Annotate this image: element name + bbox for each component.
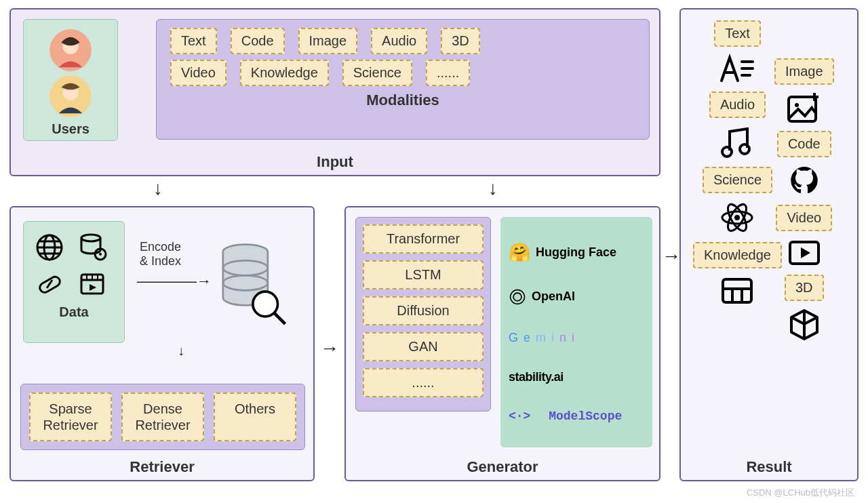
modality-image: Image <box>298 28 358 54</box>
watermark-text: CSDN @LCHub低代码社区 <box>747 487 854 499</box>
cube-icon <box>785 306 824 343</box>
model-transformer: Transformer <box>363 224 484 254</box>
text-icon <box>717 52 757 86</box>
atom-icon <box>717 199 757 237</box>
arrow-right-icon: → <box>662 245 681 267</box>
svg-point-26 <box>740 144 749 154</box>
retriever-panel: Data Encode & Index ――――→ ↓ Sparse Retri… <box>9 206 315 481</box>
music-icon <box>717 123 757 161</box>
modelscope-icon: <·> <box>509 409 530 423</box>
model-gan: GAN <box>363 332 484 361</box>
modality-video: Video <box>170 60 226 86</box>
generator-panel: Transformer LSTM Diffusion GAN ...... 🤗H… <box>344 206 660 481</box>
encode-index-label: Encode & Index <box>140 240 181 268</box>
modality-audio: Audio <box>371 28 427 54</box>
svg-marker-38 <box>801 247 810 258</box>
brand-openai: OpenAI <box>509 288 644 306</box>
dense-retriever-tag: Dense Retriever <box>121 393 204 441</box>
result-audio-tag: Audio <box>709 92 766 118</box>
svg-point-27 <box>734 215 740 220</box>
svg-rect-31 <box>723 279 751 302</box>
github-icon <box>785 163 824 199</box>
users-label: Users <box>29 121 112 137</box>
generator-brands-box: 🤗Hugging Face OpenAI Gemini stability.ai… <box>500 217 652 447</box>
svg-marker-19 <box>90 284 96 291</box>
arrow-right-icon: ――――→ <box>137 273 212 290</box>
result-image-tag: Image <box>774 58 834 85</box>
svg-point-11 <box>99 253 102 256</box>
globe-icon <box>33 231 66 264</box>
arrow-down-small-icon: ↓ <box>178 343 184 359</box>
result-text-tag: Text <box>714 20 761 47</box>
image-plus-icon <box>785 90 824 125</box>
huggingface-icon: 🤗 <box>509 242 530 263</box>
user-avatar-1-icon <box>50 29 92 71</box>
result-video-tag: Video <box>776 205 832 231</box>
input-panel: Users Text Code Image Audio 3D Video Kno… <box>9 8 660 176</box>
arrow-down-icon: ↓ <box>153 178 163 199</box>
input-title: Input <box>11 153 659 171</box>
modalities-label: Modalities <box>165 92 641 109</box>
database-search-icon <box>214 241 289 329</box>
svg-line-24 <box>274 313 285 324</box>
svg-point-25 <box>722 147 732 157</box>
brand-modelscope: <·> ModelScope <box>509 409 644 423</box>
video-play-icon <box>785 237 824 269</box>
arrow-right-icon: → <box>320 338 339 359</box>
modality-text: Text <box>170 28 217 54</box>
modality-3d: 3D <box>441 28 480 54</box>
modality-science: Science <box>342 60 412 86</box>
data-box: Data <box>23 221 125 343</box>
model-lstm: LSTM <box>363 260 484 289</box>
openai-icon <box>509 288 526 306</box>
modality-code: Code <box>231 28 285 54</box>
brand-stabilityai: stability.ai <box>509 370 644 384</box>
sparse-retriever-tag: Sparse Retriever <box>29 393 112 441</box>
generator-models-box: Transformer LSTM Diffusion GAN ...... <box>355 217 491 411</box>
generator-title: Generator <box>346 458 659 476</box>
arrow-down-icon: ↓ <box>488 178 498 199</box>
data-label: Data <box>29 304 119 320</box>
result-knowledge-tag: Knowledge <box>693 242 782 268</box>
modalities-box: Text Code Image Audio 3D Video Knowledge… <box>156 19 650 140</box>
users-box: Users <box>23 19 118 141</box>
result-3d-tag: 3D <box>785 275 824 301</box>
model-diffusion: Diffusion <box>363 296 484 325</box>
user-avatar-2-icon <box>50 75 92 117</box>
database-gear-icon <box>76 231 108 264</box>
others-retriever-tag: Others <box>214 393 296 441</box>
brand-huggingface: 🤗Hugging Face <box>509 242 644 263</box>
table-icon <box>717 274 757 308</box>
pill-icon <box>33 268 66 300</box>
video-file-icon <box>76 268 108 300</box>
result-panel: Text Audio Science Knowledge Image Code … <box>679 8 859 481</box>
retriever-types-box: Sparse Retriever Dense Retriever Others <box>20 384 305 450</box>
modality-knowledge: Knowledge <box>240 60 329 86</box>
result-title: Result <box>681 458 857 476</box>
retriever-title: Retriever <box>11 458 313 476</box>
model-more: ...... <box>363 368 484 397</box>
svg-point-36 <box>795 103 799 107</box>
result-science-tag: Science <box>703 167 772 193</box>
result-code-tag: Code <box>777 131 831 157</box>
brand-gemini: Gemini <box>509 331 644 345</box>
modality-more: ...... <box>426 60 470 86</box>
svg-point-9 <box>81 235 100 241</box>
